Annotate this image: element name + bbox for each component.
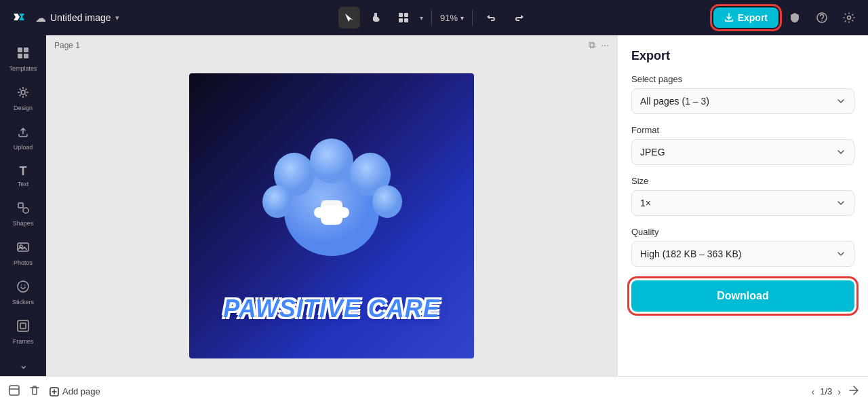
toolbar-center: ▾ 91% ▾ <box>338 7 530 29</box>
svg-point-6 <box>848 16 851 20</box>
text-label: Text <box>18 181 29 187</box>
page-info: 1/3 <box>820 386 832 396</box>
svg-point-13 <box>23 208 28 213</box>
divider <box>431 10 432 26</box>
sidebar-item-stickers[interactable]: Stickers <box>4 274 42 311</box>
settings-button[interactable] <box>838 7 860 29</box>
svg-rect-10 <box>24 54 28 58</box>
text-icon: T <box>20 164 27 179</box>
select-pages-dropdown[interactable]: All pages (1 – 3) <box>631 88 854 114</box>
svg-rect-17 <box>18 320 28 331</box>
next-page-button[interactable]: › <box>837 386 841 397</box>
svg-rect-1 <box>399 13 403 17</box>
svg-point-21 <box>310 139 353 183</box>
zoom-level: 91% <box>440 13 458 23</box>
svg-rect-7 <box>18 48 22 52</box>
expand-button[interactable] <box>848 384 860 399</box>
title-chevron: ▾ <box>115 14 119 22</box>
upload-label: Upload <box>14 144 33 151</box>
sidebar-item-frames[interactable]: Frames <box>4 314 42 350</box>
shield-button[interactable] <box>784 7 806 29</box>
select-tool-button[interactable] <box>338 7 360 29</box>
select-pages-value: All pages (1 – 3) <box>640 96 709 107</box>
svg-point-16 <box>18 281 28 292</box>
prev-page-button[interactable]: ‹ <box>812 386 815 397</box>
export-label: Export <box>738 12 768 23</box>
canvas-content: PAWSITIVE CARE <box>46 55 617 376</box>
copy-page-icon[interactable]: ⧉ <box>589 39 595 51</box>
format-dropdown[interactable]: JPEG <box>631 139 854 165</box>
format-value: JPEG <box>640 147 665 158</box>
photos-label: Photos <box>14 259 33 266</box>
upload-icon <box>16 125 30 142</box>
size-dropdown[interactable]: 1× <box>631 190 854 216</box>
size-value: 1× <box>640 198 651 208</box>
title-area[interactable]: ☁ Untitled image ▾ <box>35 12 119 24</box>
delete-icon[interactable] <box>28 384 41 399</box>
svg-rect-3 <box>399 18 403 22</box>
layout-chevron[interactable]: ▾ <box>420 14 423 22</box>
svg-rect-28 <box>9 386 19 395</box>
redo-button[interactable] <box>508 7 530 29</box>
svg-rect-12 <box>18 203 23 208</box>
select-pages-group: Select pages All pages (1 – 3) <box>631 74 854 114</box>
quality-group: Quality High (182 KB – 363 KB) <box>631 227 854 267</box>
sidebar-item-photos[interactable]: Photos <box>4 235 42 272</box>
sidebar-item-shapes[interactable]: Shapes <box>4 196 42 232</box>
layout-tool-button[interactable] <box>393 7 414 29</box>
help-button[interactable] <box>811 7 833 29</box>
select-pages-label: Select pages <box>631 74 854 84</box>
app-logo <box>8 7 30 29</box>
canvas-frame[interactable]: PAWSITIVE CARE <box>189 73 474 358</box>
quality-value: High (182 KB – 363 KB) <box>640 248 741 259</box>
thumbnail-icon[interactable] <box>8 384 20 399</box>
more-options-icon[interactable]: ··· <box>601 39 609 51</box>
zoom-chevron: ▾ <box>460 14 464 22</box>
left-sidebar: Templates Design Upload T Text <box>0 35 46 376</box>
sidebar-item-templates[interactable]: Templates <box>4 41 42 77</box>
hand-tool-button[interactable] <box>366 7 387 29</box>
page-actions: ⧉ ··· <box>589 39 609 51</box>
templates-icon <box>16 46 30 63</box>
quality-dropdown[interactable]: High (182 KB – 363 KB) <box>631 241 854 267</box>
svg-rect-27 <box>321 200 342 206</box>
sidebar-item-design[interactable]: Design <box>4 80 42 117</box>
add-page-button[interactable]: Add page <box>49 386 100 397</box>
export-panel-title: Export <box>631 49 854 63</box>
design-icon <box>16 86 30 103</box>
svg-rect-26 <box>314 207 349 218</box>
size-group: Size 1× <box>631 176 854 216</box>
bottom-bar: Add page ‹ 1/3 › <box>0 376 868 406</box>
frames-icon <box>16 319 30 336</box>
shapes-label: Shapes <box>13 220 34 227</box>
add-page-label: Add page <box>62 386 100 396</box>
export-panel: ◂ Export Select pages All pages (1 – 3) … <box>617 35 868 376</box>
cloud-icon: ☁ <box>35 12 46 24</box>
zoom-control[interactable]: 91% ▾ <box>440 13 464 23</box>
design-label: Design <box>14 105 33 111</box>
document-title: Untitled image <box>50 12 111 23</box>
sidebar-item-text[interactable]: T Text <box>4 159 42 193</box>
svg-point-23 <box>262 185 292 218</box>
undo-button[interactable] <box>481 7 502 29</box>
page-label: Page 1 <box>54 41 80 50</box>
svg-rect-9 <box>18 54 22 58</box>
format-chevron-down-icon <box>836 147 846 157</box>
page-label-bar: Page 1 ⧉ ··· <box>46 35 617 55</box>
main-area: Templates Design Upload T Text <box>0 35 868 376</box>
page-navigation: ‹ 1/3 › <box>812 386 841 397</box>
format-group: Format JPEG <box>631 125 854 165</box>
export-button[interactable]: Export <box>713 7 778 28</box>
sidebar-item-upload[interactable]: Upload <box>4 119 42 156</box>
size-label: Size <box>631 176 854 186</box>
stickers-label: Stickers <box>12 299 34 306</box>
add-page-icon <box>49 386 60 397</box>
quality-chevron-down-icon <box>836 249 846 259</box>
sidebar-item-more[interactable]: ⌄ <box>4 353 42 376</box>
download-button[interactable]: Download <box>631 280 854 312</box>
collapse-panel-tab[interactable]: ◂ <box>617 196 618 216</box>
frames-label: Frames <box>13 338 34 345</box>
topbar-right: Export <box>713 7 860 29</box>
svg-point-11 <box>21 90 25 94</box>
divider2 <box>472 10 473 26</box>
